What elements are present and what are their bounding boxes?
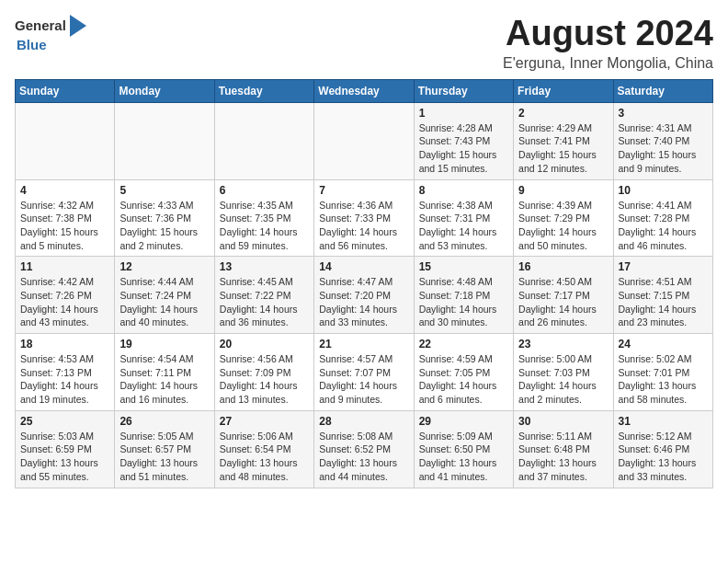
day-info: Sunrise: 4:51 AMSunset: 7:15 PMDaylight:… [619, 275, 708, 329]
day-info: Sunrise: 4:35 AMSunset: 7:35 PMDaylight:… [220, 199, 309, 253]
calendar-cell: 30Sunrise: 5:11 AMSunset: 6:48 PMDayligh… [514, 410, 613, 488]
day-number: 13 [220, 260, 309, 273]
day-number: 26 [119, 415, 209, 428]
calendar-cell: 22Sunrise: 4:59 AMSunset: 7:05 PMDayligh… [414, 334, 513, 411]
day-info: Sunrise: 4:39 AMSunset: 7:29 PMDaylight:… [518, 199, 608, 253]
column-header-thursday: Thursday [414, 79, 513, 102]
calendar-week-row: 11Sunrise: 4:42 AMSunset: 7:26 PMDayligh… [16, 257, 713, 334]
day-info: Sunrise: 4:29 AMSunset: 7:41 PMDaylight:… [518, 121, 608, 176]
calendar-cell: 3Sunrise: 4:31 AMSunset: 7:40 PMDaylight… [613, 102, 712, 179]
calendar-cell: 25Sunrise: 5:03 AMSunset: 6:59 PMDayligh… [16, 410, 115, 488]
day-info: Sunrise: 5:08 AMSunset: 6:52 PMDaylight:… [319, 430, 408, 484]
calendar-subtitle: E'erguna, Inner Mongolia, China [503, 55, 713, 72]
day-info: Sunrise: 5:05 AMSunset: 6:57 PMDaylight:… [119, 430, 209, 484]
calendar-cell: 18Sunrise: 4:53 AMSunset: 7:13 PMDayligh… [16, 334, 115, 411]
calendar-title-block: August 2024 E'erguna, Inner Mongolia, Ch… [503, 15, 713, 72]
day-info: Sunrise: 4:50 AMSunset: 7:17 PMDaylight:… [518, 275, 608, 329]
calendar-cell: 5Sunrise: 4:33 AMSunset: 7:36 PMDaylight… [115, 179, 214, 257]
day-info: Sunrise: 4:56 AMSunset: 7:09 PMDaylight:… [220, 352, 309, 407]
calendar-cell: 20Sunrise: 4:56 AMSunset: 7:09 PMDayligh… [214, 334, 313, 411]
day-info: Sunrise: 5:09 AMSunset: 6:50 PMDaylight:… [419, 430, 508, 484]
day-number: 30 [518, 415, 608, 428]
logo-blue-text: Blue [17, 37, 86, 53]
calendar-cell: 17Sunrise: 4:51 AMSunset: 7:15 PMDayligh… [613, 257, 712, 334]
calendar-cell: 11Sunrise: 4:42 AMSunset: 7:26 PMDayligh… [16, 257, 115, 334]
day-info: Sunrise: 4:33 AMSunset: 7:36 PMDaylight:… [119, 199, 209, 253]
day-info: Sunrise: 4:41 AMSunset: 7:28 PMDaylight:… [619, 199, 708, 253]
day-number: 14 [319, 260, 408, 273]
calendar-cell: 12Sunrise: 4:44 AMSunset: 7:24 PMDayligh… [115, 257, 214, 334]
day-info: Sunrise: 5:03 AMSunset: 6:59 PMDaylight:… [20, 430, 109, 484]
day-info: Sunrise: 4:59 AMSunset: 7:05 PMDaylight:… [419, 352, 508, 407]
calendar-week-row: 18Sunrise: 4:53 AMSunset: 7:13 PMDayligh… [16, 334, 713, 411]
day-info: Sunrise: 5:00 AMSunset: 7:03 PMDaylight:… [518, 352, 608, 407]
column-header-sunday: Sunday [16, 79, 115, 102]
calendar-cell [214, 102, 313, 179]
day-info: Sunrise: 4:28 AMSunset: 7:43 PMDaylight:… [419, 121, 508, 176]
day-info: Sunrise: 4:57 AMSunset: 7:07 PMDaylight:… [319, 352, 408, 407]
day-number: 3 [619, 107, 708, 120]
calendar-cell: 26Sunrise: 5:05 AMSunset: 6:57 PMDayligh… [115, 410, 214, 488]
calendar-table: SundayMondayTuesdayWednesdayThursdayFrid… [15, 79, 713, 488]
calendar-cell: 31Sunrise: 5:12 AMSunset: 6:46 PMDayligh… [613, 410, 712, 488]
column-header-monday: Monday [115, 79, 214, 102]
calendar-cell: 21Sunrise: 4:57 AMSunset: 7:07 PMDayligh… [314, 334, 414, 411]
calendar-cell: 1Sunrise: 4:28 AMSunset: 7:43 PMDaylight… [414, 102, 513, 179]
day-number: 18 [20, 338, 109, 350]
day-number: 20 [220, 338, 309, 350]
logo-arrow-icon [70, 15, 86, 37]
day-info: Sunrise: 4:48 AMSunset: 7:18 PMDaylight:… [419, 275, 508, 329]
day-info: Sunrise: 4:44 AMSunset: 7:24 PMDaylight:… [119, 275, 209, 329]
calendar-cell: 13Sunrise: 4:45 AMSunset: 7:22 PMDayligh… [214, 257, 313, 334]
calendar-cell: 24Sunrise: 5:02 AMSunset: 7:01 PMDayligh… [613, 334, 712, 411]
calendar-cell [16, 102, 115, 179]
day-info: Sunrise: 4:54 AMSunset: 7:11 PMDaylight:… [119, 352, 209, 407]
day-number: 6 [220, 184, 309, 197]
day-info: Sunrise: 4:36 AMSunset: 7:33 PMDaylight:… [319, 199, 408, 253]
day-info: Sunrise: 5:12 AMSunset: 6:46 PMDaylight:… [619, 430, 708, 484]
day-info: Sunrise: 4:47 AMSunset: 7:20 PMDaylight:… [319, 275, 408, 329]
calendar-cell: 7Sunrise: 4:36 AMSunset: 7:33 PMDaylight… [314, 179, 414, 257]
logo-general-text: General [15, 17, 66, 34]
calendar-cell [115, 102, 214, 179]
calendar-cell: 14Sunrise: 4:47 AMSunset: 7:20 PMDayligh… [314, 257, 414, 334]
calendar-cell: 8Sunrise: 4:38 AMSunset: 7:31 PMDaylight… [414, 179, 513, 257]
calendar-title: August 2024 [503, 15, 713, 53]
page-header: General Blue August 2024 E'erguna, Inner… [15, 15, 713, 72]
day-info: Sunrise: 4:31 AMSunset: 7:40 PMDaylight:… [619, 121, 708, 176]
day-info: Sunrise: 4:38 AMSunset: 7:31 PMDaylight:… [419, 199, 508, 253]
day-number: 25 [20, 415, 109, 428]
day-number: 24 [619, 338, 708, 350]
column-header-friday: Friday [514, 79, 613, 102]
day-number: 29 [419, 415, 508, 428]
calendar-cell: 16Sunrise: 4:50 AMSunset: 7:17 PMDayligh… [514, 257, 613, 334]
day-number: 11 [20, 260, 109, 273]
day-number: 12 [119, 260, 209, 273]
calendar-cell: 28Sunrise: 5:08 AMSunset: 6:52 PMDayligh… [314, 410, 414, 488]
calendar-cell [314, 102, 414, 179]
day-info: Sunrise: 4:45 AMSunset: 7:22 PMDaylight:… [220, 275, 309, 329]
day-number: 22 [419, 338, 508, 350]
day-number: 16 [518, 260, 608, 273]
calendar-cell: 23Sunrise: 5:00 AMSunset: 7:03 PMDayligh… [514, 334, 613, 411]
calendar-cell: 27Sunrise: 5:06 AMSunset: 6:54 PMDayligh… [214, 410, 313, 488]
day-number: 9 [518, 184, 608, 197]
day-number: 2 [518, 107, 608, 120]
calendar-week-row: 1Sunrise: 4:28 AMSunset: 7:43 PMDaylight… [16, 102, 713, 179]
day-number: 23 [518, 338, 608, 350]
day-number: 21 [319, 338, 408, 350]
calendar-cell: 6Sunrise: 4:35 AMSunset: 7:35 PMDaylight… [214, 179, 313, 257]
calendar-header-row: SundayMondayTuesdayWednesdayThursdayFrid… [16, 79, 713, 102]
day-info: Sunrise: 5:11 AMSunset: 6:48 PMDaylight:… [518, 430, 608, 484]
day-info: Sunrise: 4:32 AMSunset: 7:38 PMDaylight:… [20, 199, 109, 253]
day-number: 27 [220, 415, 309, 428]
calendar-cell: 9Sunrise: 4:39 AMSunset: 7:29 PMDaylight… [514, 179, 613, 257]
day-number: 8 [419, 184, 508, 197]
calendar-cell: 15Sunrise: 4:48 AMSunset: 7:18 PMDayligh… [414, 257, 513, 334]
day-number: 31 [619, 415, 708, 428]
day-info: Sunrise: 4:53 AMSunset: 7:13 PMDaylight:… [20, 352, 109, 407]
day-number: 15 [419, 260, 508, 273]
day-number: 7 [319, 184, 408, 197]
column-header-tuesday: Tuesday [214, 79, 313, 102]
day-number: 28 [319, 415, 408, 428]
